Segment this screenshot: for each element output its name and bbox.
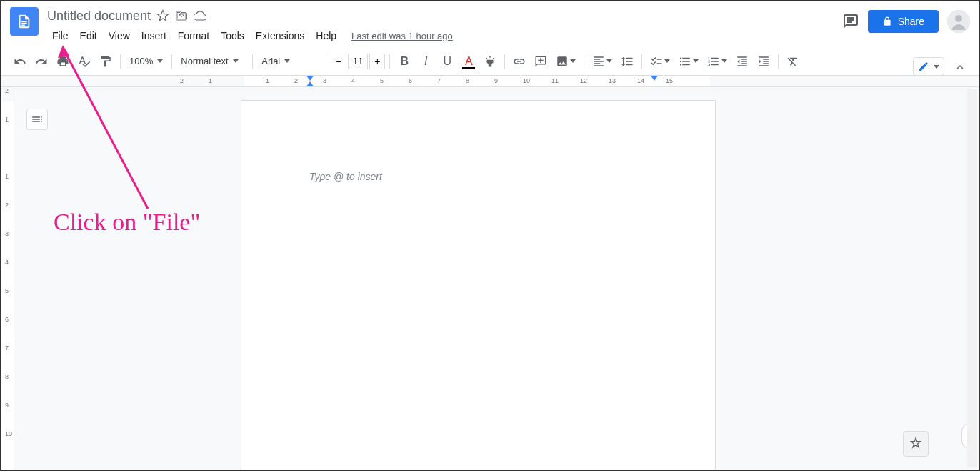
print-button[interactable] [53,51,73,71]
font-size-control: − + [331,54,385,69]
bold-button[interactable]: B [394,51,414,71]
menu-tools[interactable]: Tools [216,27,249,44]
separator [641,54,642,69]
separator [171,54,172,69]
right-indent-marker[interactable] [651,76,658,81]
annotation-text: Click on "File" [54,209,200,236]
separator [584,54,584,69]
bullet-list-button[interactable] [675,51,702,71]
star-icon[interactable] [156,9,169,22]
align-button[interactable] [589,51,616,71]
separator [389,54,390,69]
menu-view[interactable]: View [104,27,135,44]
menu-extensions[interactable]: Extensions [251,27,309,44]
vertical-ruler[interactable]: 2 1 1 2 3 4 5 6 7 8 9 10 [1,87,14,470]
document-page[interactable]: Type @ to insert [241,100,716,471]
menu-file[interactable]: File [47,27,74,44]
italic-button[interactable]: I [416,51,436,71]
menu-help[interactable]: Help [311,27,341,44]
increase-indent-button[interactable] [754,51,774,71]
insert-image-button[interactable] [552,51,579,71]
font-size-decrease[interactable]: − [331,54,346,69]
separator [778,54,779,69]
redo-button[interactable] [31,51,51,71]
cloud-status-icon[interactable] [194,9,206,22]
insert-link-button[interactable] [509,51,529,71]
insert-comment-button[interactable] [531,51,551,71]
insert-placeholder: Type @ to insert [309,171,382,182]
show-outline-button[interactable] [26,109,48,130]
move-icon[interactable] [175,9,188,22]
vertical-scrollbar[interactable] [967,89,977,467]
last-edit-link[interactable]: Last edit was 1 hour ago [351,31,453,41]
paint-format-button[interactable] [96,51,116,71]
app-header: Untitled document File Edit View Insert … [1,1,979,47]
font-size-increase[interactable]: + [369,54,385,69]
text-color-button[interactable]: A [459,51,479,71]
menu-edit[interactable]: Edit [75,27,102,44]
header-actions: Share [842,7,970,33]
spellcheck-button[interactable] [74,51,94,71]
horizontal-ruler[interactable]: 2 1 1 2 3 4 5 6 7 8 9 10 11 12 13 14 15 [1,76,979,87]
hide-menus-button[interactable] [950,57,970,77]
decrease-indent-button[interactable] [732,51,752,71]
clear-formatting-button[interactable] [783,51,803,71]
separator [120,54,121,69]
comment-history-icon[interactable] [842,13,859,30]
menu-insert[interactable]: Insert [136,27,171,44]
left-indent-marker[interactable] [306,81,314,86]
underline-button[interactable]: U [437,51,457,71]
docs-logo[interactable] [10,7,39,36]
user-avatar[interactable] [947,10,970,33]
separator [326,54,326,69]
svg-point-1 [955,15,962,22]
explore-button[interactable] [903,431,929,457]
separator [252,54,253,69]
highlight-button[interactable] [480,51,500,71]
checklist-button[interactable] [646,51,674,71]
font-dropdown[interactable]: Arial [257,51,321,71]
toolbar: 100% Normal text Arial − + B I U A [1,47,979,76]
zoom-dropdown[interactable]: 100% [125,51,167,71]
separator [504,54,505,69]
menu-bar: File Edit View Insert Format Tools Exten… [47,27,842,44]
paragraph-style-dropdown[interactable]: Normal text [176,51,248,71]
editing-mode-button[interactable] [913,57,944,76]
menu-format[interactable]: Format [173,27,214,44]
numbered-list-button[interactable] [704,51,731,71]
line-spacing-button[interactable] [617,51,637,71]
workspace: 2 1 1 2 3 4 5 6 7 8 9 10 Type @ to inser… [1,87,979,470]
font-size-input[interactable] [348,54,368,69]
share-label: Share [898,16,924,27]
title-area: Untitled document File Edit View Insert … [47,7,842,44]
first-line-indent-marker[interactable] [306,76,314,81]
document-title[interactable]: Untitled document [47,9,151,24]
share-button[interactable]: Share [868,10,939,33]
undo-button[interactable] [10,51,30,71]
